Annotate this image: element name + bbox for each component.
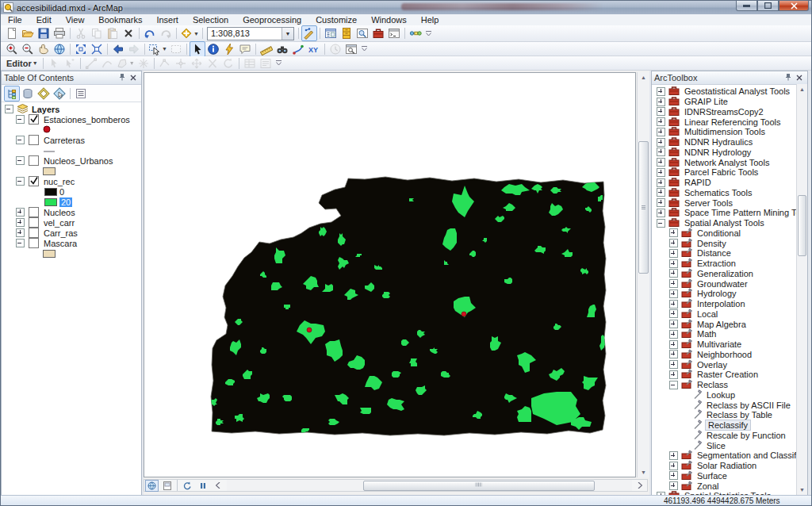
layer-visibility-checkbox[interactable] bbox=[29, 155, 39, 166]
toolbox-item-generalization[interactable]: Generalization bbox=[652, 269, 797, 279]
toc-pin-icon[interactable] bbox=[117, 73, 128, 82]
expand-icon[interactable] bbox=[669, 451, 678, 460]
title-bar[interactable]: accesibilidad.mxd - ArcMap bbox=[1, 1, 811, 15]
toolbox-scroll-down-arrow[interactable]: ▼ bbox=[797, 485, 807, 495]
toolbox-item-reclass-by-ascii-file[interactable]: Reclass by ASCII File bbox=[652, 400, 797, 410]
toc-layer-estaciones_bomberos[interactable]: Estaciones_bomberos bbox=[2, 114, 141, 125]
toolbox-item-hydrology[interactable]: Hydrology bbox=[652, 289, 797, 299]
layer-visibility-checkbox[interactable] bbox=[29, 135, 39, 145]
toolbox-item-local[interactable]: Local bbox=[652, 309, 797, 320]
find-button[interactable] bbox=[274, 41, 290, 57]
list-by-source-button[interactable] bbox=[20, 86, 36, 102]
open-button[interactable] bbox=[20, 25, 36, 41]
toolbox-item-surface[interactable]: Surface bbox=[652, 471, 797, 481]
zoom-out-button[interactable] bbox=[20, 41, 36, 57]
toolbox-scroll-up-arrow[interactable]: ▲ bbox=[797, 84, 807, 94]
expand-icon[interactable] bbox=[669, 471, 678, 480]
toolbox-item-label[interactable]: Zonal bbox=[695, 481, 721, 491]
toolbox-item-ndnr-hydraulics[interactable]: NDNR Hydraulics bbox=[652, 137, 797, 148]
list-by-selection-button[interactable] bbox=[52, 86, 67, 102]
expand-icon[interactable] bbox=[669, 289, 678, 298]
toolbox-item-label[interactable]: Space Time Pattern Mining Tools bbox=[683, 208, 797, 217]
toolbox-item-label[interactable]: Segmentation and Classification bbox=[695, 450, 797, 460]
delete-button[interactable] bbox=[121, 25, 136, 41]
toolbox-item-schematics-tools[interactable]: Schematics Tools bbox=[652, 188, 797, 198]
toc-layer-nuc_rec[interactable]: nuc_rec bbox=[2, 176, 141, 186]
arctoolbox-button[interactable] bbox=[370, 25, 386, 41]
toolbox-item-label[interactable]: Conditional bbox=[695, 228, 742, 238]
map-vertical-scrollbar[interactable]: ▲ ▼ bbox=[637, 72, 649, 477]
polygon-symbol-tan[interactable] bbox=[43, 167, 56, 175]
toolbox-item-label[interactable]: Overlay bbox=[695, 360, 729, 370]
expand-icon[interactable] bbox=[669, 269, 678, 278]
sketch-properties-button[interactable] bbox=[258, 56, 274, 71]
go-back-extent-button[interactable] bbox=[110, 41, 126, 57]
toolbox-item-map-algebra[interactable]: Map Algebra bbox=[652, 319, 797, 329]
toolbox-item-graip-lite[interactable]: GRAIP Lite bbox=[652, 97, 797, 107]
toolbox-item-rescale-by-function[interactable]: Rescale by Function bbox=[652, 431, 797, 441]
toc-layer-carr_ras[interactable]: Carr_ras bbox=[2, 228, 141, 238]
add-data-button[interactable]: ▼ bbox=[179, 25, 200, 41]
toolbox-item-label[interactable]: Slice bbox=[705, 441, 727, 450]
expand-icon[interactable] bbox=[657, 138, 665, 147]
scroll-down-arrow[interactable]: ▼ bbox=[638, 467, 649, 477]
toolbar-overflow-button[interactable] bbox=[426, 31, 431, 36]
toolbox-item-label[interactable]: Geostatistical Analyst Tools bbox=[683, 86, 791, 96]
layer-label[interactable]: vel_carr bbox=[44, 218, 75, 228]
toolbox-item-label[interactable]: NDNR Hydraulics bbox=[683, 137, 754, 147]
toolbox-item-label[interactable]: Rescale by Function bbox=[705, 431, 787, 440]
cut-button[interactable] bbox=[73, 25, 89, 41]
toolbox-item-groundwater[interactable]: Groundwater bbox=[652, 278, 797, 289]
viewer-window-button[interactable] bbox=[343, 41, 359, 57]
toolbox-item-label[interactable]: NDNR Hydrology bbox=[683, 148, 753, 157]
expand-icon[interactable] bbox=[669, 228, 678, 237]
toolbox-item-label[interactable]: Multidimension Tools bbox=[683, 127, 767, 136]
toolbox-item-label[interactable]: Density bbox=[695, 239, 728, 248]
toc-data-frame-layers[interactable]: Layers bbox=[2, 104, 141, 114]
point-tool-button[interactable] bbox=[136, 56, 151, 71]
expand-icon[interactable] bbox=[669, 259, 678, 268]
expand-icon[interactable] bbox=[669, 360, 678, 369]
collapse-icon[interactable] bbox=[16, 156, 25, 165]
toolbox-item-idnrstreamscopy2[interactable]: IDNRStreamsCopy2 bbox=[652, 107, 797, 117]
toolbox-item-label[interactable]: Hydrology bbox=[695, 289, 738, 298]
menu-customize[interactable]: Customize bbox=[308, 14, 364, 25]
hscroll-right-arrow[interactable] bbox=[633, 480, 646, 492]
collapse-icon[interactable] bbox=[16, 115, 25, 124]
toolbox-item-linear-referencing-tools[interactable]: Linear Referencing Tools bbox=[652, 117, 797, 127]
line-symbol[interactable] bbox=[43, 146, 56, 155]
toolbox-item-label[interactable]: Parcel Fabric Tools bbox=[683, 167, 760, 177]
pan-button[interactable] bbox=[36, 41, 52, 57]
html-popup-button[interactable] bbox=[237, 41, 253, 57]
refresh-view-button[interactable] bbox=[181, 480, 194, 492]
toolbox-item-parcel-fabric-tools[interactable]: Parcel Fabric Tools bbox=[652, 167, 797, 178]
hscroll-left-arrow[interactable] bbox=[211, 480, 224, 492]
attributes-button[interactable] bbox=[242, 56, 258, 71]
toolbox-item-label[interactable]: Network Analyst Tools bbox=[683, 158, 771, 167]
toc-layer-nucleos[interactable]: Nucleos bbox=[2, 207, 141, 217]
toolbox-item-label[interactable]: Math bbox=[695, 329, 718, 339]
layer-label[interactable]: Carreteras bbox=[44, 136, 85, 145]
raster-class-label[interactable]: 0 bbox=[59, 187, 64, 197]
fixed-zoom-in-button[interactable] bbox=[73, 41, 89, 57]
layer-label[interactable]: Nucleos bbox=[44, 208, 75, 217]
new-document-button[interactable] bbox=[4, 25, 20, 41]
collapse-icon[interactable] bbox=[5, 105, 13, 113]
expand-icon[interactable] bbox=[16, 208, 25, 217]
layer-label[interactable]: nuc_rec bbox=[44, 177, 75, 186]
toc-close-icon[interactable] bbox=[128, 73, 139, 82]
raster-class-label-selected[interactable]: 20 bbox=[59, 197, 72, 207]
layer-label[interactable]: Mascara bbox=[44, 239, 77, 248]
toolbox-item-server-tools[interactable]: Server Tools bbox=[652, 197, 797, 208]
modelbuilder-button[interactable] bbox=[408, 25, 423, 41]
toolbox-item-multidimension-tools[interactable]: Multidimension Tools bbox=[652, 127, 797, 137]
toolbox-item-density[interactable]: Density bbox=[652, 238, 797, 248]
select-features-button[interactable]: ▼ bbox=[147, 41, 168, 57]
identify-button[interactable] bbox=[205, 41, 221, 57]
rotate-tool-button[interactable] bbox=[220, 56, 236, 71]
redo-button[interactable] bbox=[158, 25, 174, 41]
toolbox-item-label[interactable]: Linear Referencing Tools bbox=[683, 117, 782, 127]
toolbox-item-label[interactable]: Generalization bbox=[695, 269, 755, 278]
toolbox-item-reclass-by-table[interactable]: Reclass by Table bbox=[652, 410, 797, 420]
menu-help[interactable]: Help bbox=[414, 14, 446, 25]
